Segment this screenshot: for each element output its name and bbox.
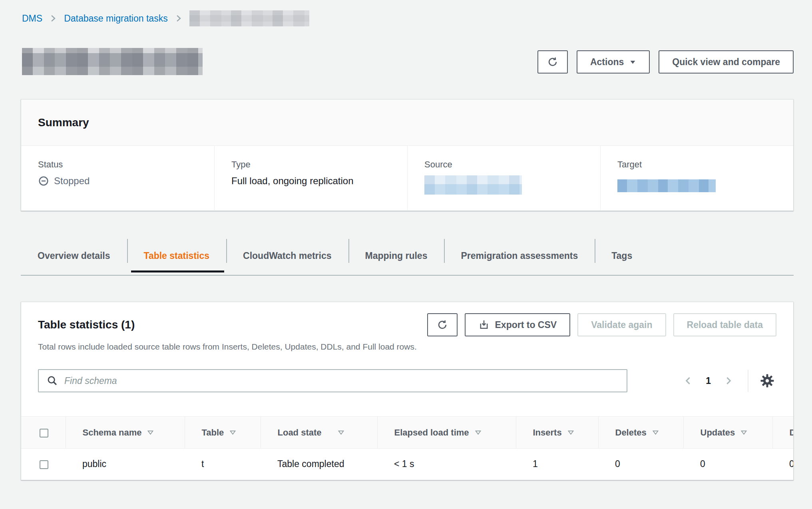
breadcrumb-link-database-migration-tasks[interactable]: Database migration tasks (64, 13, 168, 24)
refresh-table-statistics-button[interactable] (427, 313, 458, 336)
preferences-gear-button[interactable] (758, 372, 776, 390)
sort-icon (652, 429, 659, 436)
find-schema-input[interactable] (64, 371, 619, 390)
actions-dropdown-label: Actions (590, 57, 624, 68)
summary-title: Summary (38, 116, 89, 129)
column-header-table-label: Table (202, 427, 224, 438)
column-header-ddls-label: D (790, 427, 794, 438)
target-endpoint-link-redacted[interactable] (617, 179, 716, 192)
chevron-right-icon (49, 14, 58, 23)
source-label: Source (424, 159, 583, 170)
column-header-inserts-label: Inserts (533, 427, 562, 438)
chevron-left-icon (683, 376, 693, 386)
target-label: Target (617, 159, 776, 170)
column-header-elapsed-load-time[interactable]: Elapsed load time (377, 417, 516, 449)
tab-overview-details[interactable]: Overview details (21, 239, 127, 272)
cell-elapsed-load-time: < 1 s (377, 449, 516, 480)
summary-field-target: Target (600, 146, 793, 211)
table-statistics-actions: Export to CSV Validate again Reload tabl… (427, 313, 776, 336)
breadcrumb-current-redacted (189, 10, 309, 26)
gear-icon (760, 373, 775, 388)
table-statistics-panel: Table statistics (1) Export to CSV Valid… (21, 302, 794, 480)
column-header-deletes[interactable]: Deletes (598, 417, 683, 449)
type-value: Full load, ongoing replication (231, 175, 354, 187)
sort-icon (147, 429, 154, 436)
column-header-ddls-clipped[interactable]: D (772, 417, 794, 449)
tab-premigration-assessments[interactable]: Premigration assessments (444, 239, 595, 272)
export-to-csv-button[interactable]: Export to CSV (465, 313, 571, 336)
pagination-previous-button[interactable] (681, 374, 695, 388)
breadcrumb: DMS Database migration tasks (22, 10, 309, 26)
sort-icon (475, 429, 482, 436)
status-value: Stopped (54, 175, 90, 187)
tab-mapping-rules[interactable]: Mapping rules (348, 239, 444, 272)
chevron-right-icon (724, 376, 733, 386)
tab-tags[interactable]: Tags (595, 239, 649, 272)
quick-view-compare-button[interactable]: Quick view and compare (659, 50, 794, 74)
actions-dropdown-button[interactable]: Actions (577, 50, 650, 74)
summary-panel: Summary Status Stopped Type Full load, o… (21, 99, 794, 211)
column-header-updates-label: Updates (701, 427, 735, 438)
table-header-row: Schema name Table Load state Elapsed loa… (21, 417, 794, 449)
column-header-table[interactable]: Table (185, 417, 261, 449)
cell-load-state: Table completed (261, 449, 377, 480)
table-statistics-table-wrap: Schema name Table Load state Elapsed loa… (21, 416, 794, 480)
dms-task-detail-page: DMS Database migration tasks Actions Qui… (0, 0, 812, 509)
summary-field-source: Source (407, 146, 600, 211)
tab-overview-details-label: Overview details (38, 251, 110, 261)
sort-icon (567, 429, 574, 436)
column-header-inserts[interactable]: Inserts (516, 417, 598, 449)
tab-table-statistics[interactable]: Table statistics (127, 239, 226, 272)
chevron-right-icon (174, 14, 183, 23)
reload-table-data-button[interactable]: Reload table data (673, 313, 776, 336)
summary-field-status: Status Stopped (21, 146, 214, 211)
column-header-updates[interactable]: Updates (683, 417, 772, 449)
export-to-csv-label: Export to CSV (495, 320, 557, 330)
sort-icon (229, 429, 236, 436)
caret-down-icon (629, 59, 636, 66)
tab-mapping-rules-label: Mapping rules (365, 251, 428, 261)
refresh-icon (437, 319, 448, 330)
table-statistics-description: Total rows include loaded source table r… (38, 342, 776, 352)
cell-inserts: 1 (516, 449, 598, 480)
validate-again-button[interactable]: Validate again (577, 313, 666, 336)
tab-premigration-assessments-label: Premigration assessments (461, 251, 578, 261)
cell-deletes: 0 (598, 449, 683, 480)
page-header-actions: Actions Quick view and compare (537, 50, 794, 74)
type-label: Type (231, 159, 390, 170)
table-statistics-title: Table statistics (1) (38, 318, 135, 331)
tab-table-statistics-label: Table statistics (144, 251, 209, 261)
sort-icon (740, 429, 747, 436)
download-icon (478, 319, 490, 330)
table-row: public t Table completed < 1 s 1 0 0 0 (21, 449, 794, 480)
select-all-cell (21, 417, 66, 449)
stopped-circle-minus-icon (38, 175, 49, 187)
breadcrumb-link-dms[interactable]: DMS (22, 13, 42, 24)
column-header-load-state-label: Load state (278, 427, 322, 438)
tabs-divider (21, 275, 794, 276)
find-schema-search-box (38, 369, 627, 392)
pagination-current-page: 1 (706, 376, 711, 386)
table-statistics-table: Schema name Table Load state Elapsed loa… (21, 416, 794, 480)
row-select-cell (21, 449, 66, 480)
row-checkbox[interactable] (40, 460, 48, 469)
column-header-deletes-label: Deletes (615, 427, 647, 438)
column-header-schema-name-label: Schema name (83, 427, 142, 438)
cell-schema-name: public (66, 449, 185, 480)
column-header-schema-name[interactable]: Schema name (66, 417, 185, 449)
source-endpoint-link-redacted[interactable] (424, 175, 522, 195)
select-all-checkbox[interactable] (40, 429, 48, 437)
column-header-elapsed-load-time-label: Elapsed load time (394, 427, 469, 438)
pagination-next-button[interactable] (721, 374, 736, 388)
tab-cloudwatch-metrics-label: CloudWatch metrics (243, 251, 332, 261)
column-header-load-state[interactable]: Load state (261, 417, 377, 449)
refresh-task-button[interactable] (537, 50, 568, 74)
summary-panel-header: Summary (21, 99, 793, 146)
page-title-redacted (22, 48, 203, 75)
cell-ddls-clipped: 0 (772, 449, 794, 480)
cell-updates: 0 (683, 449, 772, 480)
tab-cloudwatch-metrics[interactable]: CloudWatch metrics (226, 239, 348, 272)
pagination-divider (748, 370, 748, 392)
sort-icon (338, 429, 344, 436)
tab-tags-label: Tags (611, 251, 632, 261)
